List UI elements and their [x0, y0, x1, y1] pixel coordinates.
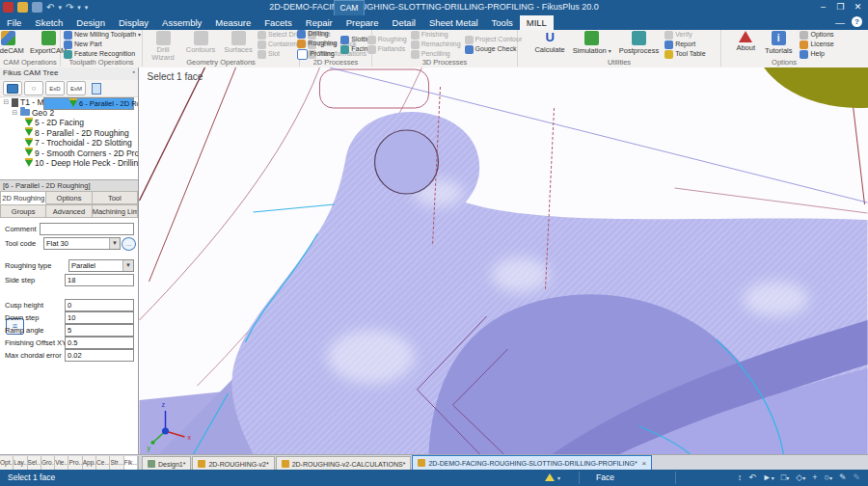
menu-repair[interactable]: Repair	[299, 15, 339, 30]
workplane-icon[interactable]: ◇▾	[796, 472, 805, 485]
ramp-angle-input[interactable]	[65, 324, 134, 337]
menu-design[interactable]: Design	[69, 15, 112, 30]
drill-wizard-button[interactable]: Drill Wizard	[145, 31, 181, 58]
postprocess-button[interactable]: Postprocess	[617, 31, 661, 58]
selection-box-icon[interactable]: □▾	[781, 472, 789, 485]
edit-pencil-icon[interactable]: ✎	[853, 472, 860, 485]
close-tab-icon[interactable]: ×	[642, 459, 647, 468]
tab-groups[interactable]: Groups	[0, 204, 46, 218]
tool-code-select[interactable]: Flat 30▼	[43, 237, 121, 250]
contours-button[interactable]: Contours	[182, 31, 219, 58]
pan-icon[interactable]: +	[812, 472, 817, 485]
menu-mill-active-tab[interactable]: MILL	[520, 15, 554, 30]
project-contour-button[interactable]: Project Contour	[465, 36, 523, 44]
finishing-button[interactable]: Finishing	[411, 31, 461, 40]
menu-tools[interactable]: Tools	[485, 15, 520, 30]
viewport-canvas[interactable]: z x y Select 1 face	[139, 68, 868, 454]
doc-tab-active-demo[interactable]: 2D-DEMO-FACING-ROUGHING-SLOTTING-DRILLIN…	[412, 455, 652, 471]
license-button[interactable]: License	[800, 40, 833, 49]
chevron-down-icon[interactable]: ▼	[122, 260, 133, 271]
gouge-check-button[interactable]: Gouge Check	[465, 45, 523, 54]
tree-exm-button[interactable]: ExM	[67, 81, 86, 95]
panel-tab-views[interactable]: Vie...	[55, 456, 68, 471]
simulation-button[interactable]: Simulation ▾	[571, 31, 613, 58]
comment-input[interactable]	[40, 223, 134, 235]
panel-tab-groups[interactable]: Gro...	[41, 456, 55, 471]
flatlands-button[interactable]: Flatlands	[367, 45, 407, 54]
panel-tab-appearance[interactable]: App...	[83, 456, 96, 471]
tree-search-button[interactable]: ○	[24, 81, 43, 95]
roughing-2d-button[interactable]: Roughing	[297, 40, 337, 48]
collapse-icon[interactable]: ⊟	[12, 109, 18, 117]
verify-button[interactable]: Verify	[665, 31, 705, 40]
menu-file[interactable]: File	[0, 15, 28, 30]
sort-order-icon[interactable]: ↕	[738, 472, 743, 485]
cusp-height-input[interactable]	[65, 299, 134, 311]
menu-assembly[interactable]: Assembly	[155, 15, 208, 30]
panel-tab-fikus[interactable]: Fik...	[124, 456, 138, 471]
minimize-button[interactable]: –	[815, 0, 831, 14]
tree-display-button[interactable]	[3, 81, 22, 95]
menu-sheet-metal[interactable]: Sheet Metal	[422, 15, 485, 30]
chevron-down-icon[interactable]: ▼	[109, 238, 120, 249]
zoom-icon[interactable]: ○▾	[824, 472, 831, 485]
tab-2d-roughing[interactable]: 2D Roughing	[0, 191, 46, 204]
tree-export-button[interactable]	[88, 82, 105, 94]
side-step-input[interactable]	[65, 274, 134, 286]
options-button[interactable]: Options	[800, 31, 833, 40]
drilling-button[interactable]: Drilling	[297, 30, 337, 39]
tree-exd-button[interactable]: ExD	[45, 81, 65, 95]
panel-tab-selection[interactable]: Sel...	[28, 456, 41, 471]
panel-tab-options[interactable]: Opt...	[0, 456, 14, 471]
report-button[interactable]: Report	[665, 40, 705, 49]
tab-tool[interactable]: Tool	[93, 191, 138, 204]
tab-advanced[interactable]: Advanced	[46, 204, 92, 218]
remachining-button[interactable]: Remachining	[411, 40, 461, 49]
surfaces-button[interactable]: Surfaces	[220, 31, 257, 58]
panel-tab-ce[interactable]: Ce...	[96, 456, 110, 471]
ribbon-collapse-icon[interactable]: —	[835, 15, 845, 30]
tutorials-button[interactable]: iTutorials	[763, 31, 794, 58]
undo-view-icon[interactable]: ↶	[748, 472, 756, 485]
hole-circle[interactable]	[375, 130, 439, 194]
new-milling-toolpath-dropdown-icon[interactable]: ▾	[138, 31, 141, 39]
simulation-dropdown-icon[interactable]: ▾	[609, 48, 611, 54]
roughing-type-select[interactable]: Parallel▼	[68, 259, 134, 272]
panel-tab-properties[interactable]: Pro...	[68, 456, 82, 471]
tree-node-operation[interactable]: 8 - Parallel - 2D Roughing	[0, 128, 138, 139]
tab-options[interactable]: Options	[46, 191, 92, 204]
new-part-button[interactable]: New Part	[64, 40, 141, 49]
doc-tab-roughing-v2-calculations[interactable]: 2D-ROUGHING-v2-CALCULATIONS*	[276, 456, 412, 471]
panel-tab-structure[interactable]: Str...	[110, 456, 123, 471]
tree-node-operation-selected[interactable]: 6 - Parallel - 2D Roughing	[43, 97, 134, 110]
max-chordal-input[interactable]	[65, 349, 134, 362]
menu-display[interactable]: Display	[112, 15, 155, 30]
collapse-icon[interactable]: ⊟	[3, 98, 10, 106]
3d-view[interactable]: z x y Select 1 face	[139, 68, 868, 454]
down-step-input[interactable]	[65, 311, 134, 324]
menu-sketch[interactable]: Sketch	[28, 15, 69, 30]
panel-tab-layers[interactable]: Lay...	[14, 456, 27, 471]
doc-tab-roughing-v2[interactable]: 2D-ROUGHING-v2*	[192, 456, 274, 471]
menu-measure[interactable]: Measure	[208, 15, 258, 30]
help-icon[interactable]: ?	[852, 16, 862, 27]
tool-browse-button[interactable]: ...	[122, 237, 136, 251]
tab-machining-limits[interactable]: Machining Limits	[93, 204, 138, 218]
pointer-icon[interactable]: ►▾	[763, 472, 774, 485]
chevron-down-icon[interactable]: ▾	[557, 474, 560, 481]
pin-icon[interactable]: ▪	[133, 68, 135, 75]
finishing-offset-input[interactable]	[65, 337, 134, 349]
tree-node-operation[interactable]: 5 - 2D Facing	[0, 118, 138, 128]
tree-node-operation[interactable]: 10 - Deep Hole Peck - Drilling	[0, 158, 138, 169]
selection-filter-icon[interactable]	[545, 473, 555, 481]
tree-node-operation[interactable]: 9 - Smooth Corners - 2D Profiling	[0, 148, 138, 159]
restore-button[interactable]: ❐	[832, 0, 849, 14]
new-milling-toolpath-button[interactable]: New Milling Toolpath▾	[64, 31, 141, 40]
cam-context-tab[interactable]: CAM	[334, 0, 365, 16]
menu-detail[interactable]: Detail	[386, 15, 422, 30]
roughing-3d-button[interactable]: Roughing	[367, 36, 407, 44]
calculate-button[interactable]: UCalculate	[532, 31, 566, 58]
menu-prepare[interactable]: Prepare	[339, 15, 386, 30]
sketch-pencil-icon[interactable]: ✎	[839, 472, 847, 485]
hidecam-button[interactable]: HideCAM	[0, 31, 26, 58]
